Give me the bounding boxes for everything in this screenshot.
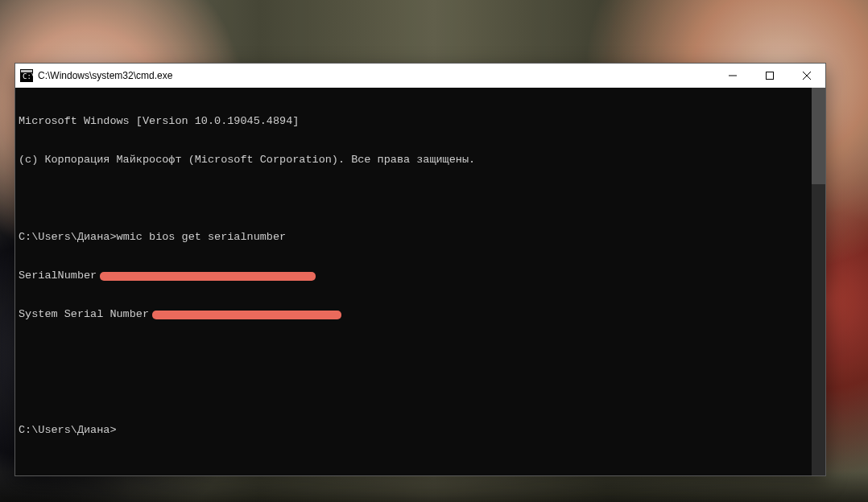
svg-text:C:\: C:\ xyxy=(23,72,33,80)
cmd-window: C:\ C:\Windows\system32\cmd.exe Microsof… xyxy=(14,63,826,476)
svg-rect-4 xyxy=(767,72,774,80)
vertical-scrollbar[interactable] xyxy=(812,88,825,475)
maximize-button[interactable] xyxy=(751,64,788,88)
output-system-serial-label: System Serial Number xyxy=(19,308,149,321)
output-serialnumber-label: SerialNumber xyxy=(19,270,97,282)
version-line: Microsoft Windows [Version 10.0.19045.48… xyxy=(19,115,299,128)
copyright-line: (c) Корпорация Майкрософт (Microsoft Cor… xyxy=(19,154,475,167)
terminal-output: Microsoft Windows [Version 10.0.19045.48… xyxy=(19,89,820,463)
command-1: wmic bios get serialnumber xyxy=(117,231,287,244)
redacted-serial-2 xyxy=(152,311,341,319)
titlebar[interactable]: C:\ C:\Windows\system32\cmd.exe xyxy=(15,64,825,88)
terminal-client-area[interactable]: Microsoft Windows [Version 10.0.19045.48… xyxy=(15,88,825,475)
window-controls xyxy=(714,64,825,88)
prompt-1: C:\Users\Диана> xyxy=(19,231,117,244)
prompt-2: C:\Users\Диана> xyxy=(19,424,117,437)
minimize-button[interactable] xyxy=(714,64,751,88)
redacted-serial-1 xyxy=(100,272,316,281)
close-button[interactable] xyxy=(788,64,825,88)
cmd-icon: C:\ xyxy=(20,69,33,82)
window-title: C:\Windows\system32\cmd.exe xyxy=(38,70,172,81)
